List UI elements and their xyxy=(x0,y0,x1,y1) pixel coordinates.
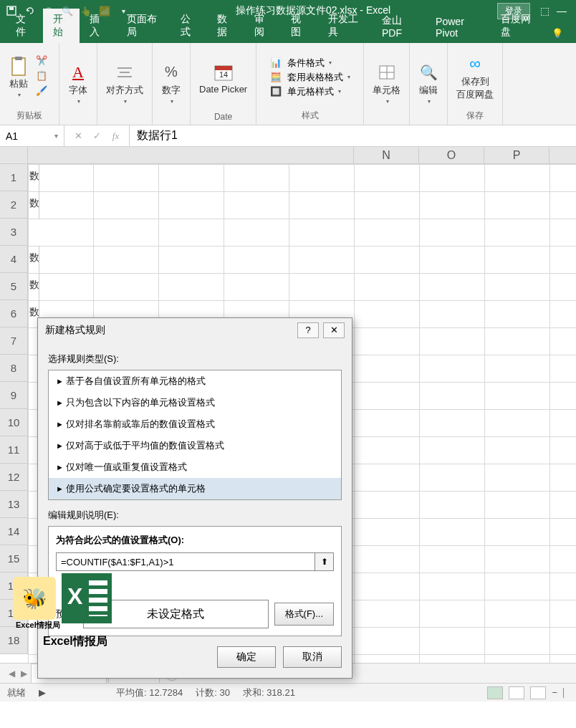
touch-icon[interactable]: 👆 xyxy=(80,5,92,16)
chevron-down-icon: ▾ xyxy=(124,98,127,105)
row-header[interactable]: 3 xyxy=(0,219,28,246)
column-header[interactable] xyxy=(28,147,354,163)
save-cloud-button[interactable]: ∞ 保存到 百度网盘 xyxy=(453,52,496,102)
paste-button[interactable]: 粘贴 ▾ xyxy=(6,54,32,100)
row-header[interactable]: 9 xyxy=(0,382,28,409)
macro-icon[interactable]: ▶ xyxy=(39,687,46,698)
cancel-button[interactable]: 取消 xyxy=(283,646,342,668)
view-normal-icon[interactable] xyxy=(487,686,503,699)
minimize-icon[interactable]: — xyxy=(553,5,570,16)
table-format-button[interactable]: 🧮套用表格格式▾ xyxy=(270,71,350,84)
column-header[interactable]: N xyxy=(354,147,419,163)
undo-icon[interactable] xyxy=(24,5,36,16)
group-number: % 数字 ▾ xyxy=(153,43,191,125)
row-header[interactable]: 7 xyxy=(0,327,28,355)
formula-input[interactable]: 数据行1 xyxy=(129,125,576,146)
editing-label: 编辑 xyxy=(419,84,438,97)
accept-formula-icon[interactable]: ✓ xyxy=(93,130,101,141)
svg-rect-1 xyxy=(9,7,14,10)
tab-data[interactable]: 数据 xyxy=(207,9,244,43)
tab-powerpivot[interactable]: Power Pivot xyxy=(426,11,491,43)
datepicker-button[interactable]: 14 Date Picker xyxy=(196,61,250,96)
cells-button[interactable]: 单元格 ▾ xyxy=(370,61,403,106)
row-header[interactable]: 1 xyxy=(0,164,28,191)
zoom-slider[interactable] xyxy=(563,688,569,698)
cancel-formula-icon[interactable]: ✕ xyxy=(75,130,82,141)
chevron-down-icon[interactable]: ▾ xyxy=(54,132,58,140)
view-break-icon[interactable] xyxy=(530,686,546,699)
align-button[interactable]: 对齐方式 ▾ xyxy=(103,61,146,106)
tab-baidu[interactable]: 百度网盘 xyxy=(491,9,544,43)
redo-icon[interactable] xyxy=(43,5,54,16)
rule-type-item[interactable]: 基于各自值设置所有单元格的格式 xyxy=(49,370,341,392)
row-header[interactable]: 2 xyxy=(0,191,28,219)
tab-review[interactable]: 审阅 xyxy=(244,9,282,43)
status-ready: 就绪 xyxy=(7,686,26,699)
row-header[interactable]: 15 xyxy=(0,545,28,573)
row-header[interactable]: 13 xyxy=(0,491,28,518)
number-button[interactable]: % 数字 ▾ xyxy=(158,61,184,106)
tell-me-icon[interactable]: 💡 xyxy=(544,24,570,43)
wifi-icon[interactable]: 📶 xyxy=(99,5,110,16)
cell-partial[interactable]: 数 xyxy=(28,191,39,219)
cell-partial[interactable]: 数 xyxy=(28,164,39,191)
rule-formula-input[interactable] xyxy=(57,553,315,570)
row-header[interactable]: 8 xyxy=(0,355,28,382)
editing-button[interactable]: 🔍 编辑 ▾ xyxy=(416,61,441,106)
cell-partial[interactable]: 数 xyxy=(28,246,39,273)
row-header[interactable]: 5 xyxy=(0,273,28,300)
copy-icon[interactable]: 📋 xyxy=(36,70,53,85)
format-painter-icon[interactable]: 🖌️ xyxy=(36,85,53,100)
row-header[interactable]: 4 xyxy=(0,246,28,273)
number-label: 数字 xyxy=(162,84,181,97)
save-icon[interactable] xyxy=(6,5,17,16)
format-button[interactable]: 格式(F)... xyxy=(274,603,334,626)
tab-devtools[interactable]: 开发工具 xyxy=(318,9,372,43)
rule-type-item[interactable]: 仅对高于或低于平均值的数值设置格式 xyxy=(49,435,341,456)
chevron-down-icon: ▾ xyxy=(77,98,80,105)
range-picker-icon[interactable]: ⬆ xyxy=(315,553,333,570)
zoom-out-icon[interactable]: − xyxy=(552,687,557,698)
ribbon: 粘贴 ▾ ✂️ 📋 🖌️ 剪贴板 A 字体 ▾ 对齐方式 ▾ xyxy=(0,43,576,125)
table-format-icon: 🧮 xyxy=(270,72,284,83)
help-button[interactable]: ? xyxy=(297,322,319,338)
tab-view[interactable]: 视图 xyxy=(281,9,318,43)
qat-dropdown-icon[interactable]: ▾ xyxy=(117,5,129,16)
rule-type-item[interactable]: 仅对唯一值或重复值设置格式 xyxy=(49,456,341,478)
watermark-text-large: Excel情报局 xyxy=(43,634,107,649)
rule-type-item[interactable]: 只为包含以下内容的单元格设置格式 xyxy=(49,392,341,413)
column-header[interactable]: P xyxy=(484,147,549,163)
rule-type-list[interactable]: 基于各自值设置所有单元格的格式只为包含以下内容的单元格设置格式仅对排名靠前或靠后… xyxy=(48,370,342,500)
rule-type-item[interactable]: 仅对排名靠前或靠后的数值设置格式 xyxy=(49,413,341,435)
tab-kspdf[interactable]: 金山PDF xyxy=(372,10,426,43)
view-layout-icon[interactable] xyxy=(509,686,524,699)
select-all-corner[interactable] xyxy=(0,147,28,164)
search-icon: 🔍 xyxy=(418,62,438,82)
cell-partial[interactable]: 数 xyxy=(28,273,39,300)
row-header[interactable]: 10 xyxy=(0,409,28,436)
conditional-format-button[interactable]: 📊条件格式▾ xyxy=(270,57,350,70)
name-box[interactable]: A1▾ xyxy=(0,125,64,146)
close-button[interactable]: ✕ xyxy=(323,322,345,338)
styles-group-label: 样式 xyxy=(262,108,357,123)
sheet-nav-prev-icon[interactable]: ◀ xyxy=(9,669,15,679)
spreadsheet-grid[interactable]: N O P 123456789101112131415161718 数 数 数 … xyxy=(0,147,576,663)
sheet-nav-next-icon[interactable]: ▶ xyxy=(21,669,27,679)
calendar-icon: 14 xyxy=(213,62,234,82)
tab-formulas[interactable]: 公式 xyxy=(171,9,208,43)
row-header[interactable]: 14 xyxy=(0,518,28,545)
cut-icon[interactable]: ✂️ xyxy=(36,55,53,70)
preview-icon[interactable]: 🔍 xyxy=(62,5,73,16)
row-header[interactable]: 12 xyxy=(0,464,28,491)
fx-icon[interactable]: fx xyxy=(112,130,119,142)
cell-style-button[interactable]: 🔲单元格样式▾ xyxy=(270,85,350,98)
rule-type-item[interactable]: 使用公式确定要设置格式的单元格 xyxy=(49,478,341,499)
row-header[interactable]: 11 xyxy=(0,436,28,464)
column-header[interactable]: O xyxy=(419,147,484,163)
group-save: ∞ 保存到 百度网盘 保存 xyxy=(448,43,503,125)
font-button[interactable]: A 字体 ▾ xyxy=(65,61,91,106)
row-header[interactable]: 18 xyxy=(0,627,28,654)
ok-button[interactable]: 确定 xyxy=(217,646,276,668)
row-header[interactable]: 6 xyxy=(0,300,28,327)
dialog-titlebar[interactable]: 新建格式规则 ? ✕ xyxy=(38,318,352,343)
